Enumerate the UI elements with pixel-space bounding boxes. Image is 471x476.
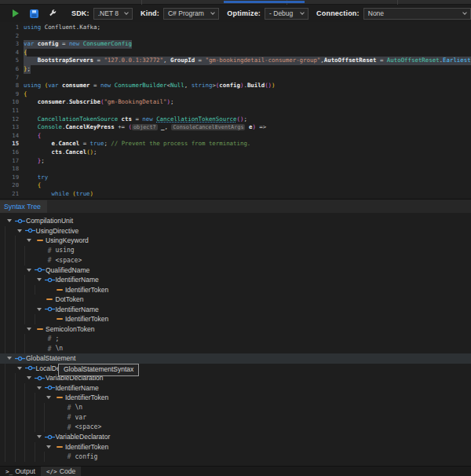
code-line[interactable]: 4{ (0, 49, 471, 57)
tree-row-identifiername[interactable]: IdentifierName (0, 305, 471, 315)
code-line[interactable]: 19 try (0, 174, 471, 182)
tree-row-identifiertoken[interactable]: IdentifierToken (0, 393, 471, 403)
code-line[interactable]: 5 BootstrapServers = "127.0.0.1:32772", … (0, 57, 471, 65)
tree-row-variabledeclarator[interactable]: VariableDeclarator (0, 432, 471, 442)
tree-row-space[interactable]: #<space> (0, 255, 471, 265)
code-token: Null (170, 82, 184, 89)
expand-arrow-icon[interactable] (24, 269, 34, 272)
code-editor[interactable]: 1using Confluent.Kafka;23var config = ne… (0, 22, 471, 199)
expand-arrow-icon[interactable] (35, 308, 44, 311)
code-token: config (38, 40, 59, 47)
tree-row-usingkeyword[interactable]: UsingKeyword (0, 236, 471, 246)
code-line[interactable]: 2 (0, 32, 471, 41)
indent-guide (5, 246, 15, 256)
expand-arrow-icon[interactable] (5, 219, 14, 222)
indent-guide (44, 412, 54, 423)
tree-row-compilationunit[interactable]: CompilationUnit (0, 216, 471, 226)
code-line[interactable]: 18 (0, 165, 471, 174)
tree-row-identifiername[interactable]: IdentifierName (0, 275, 471, 285)
syntax-node-icon (44, 384, 56, 391)
tab-code[interactable]: </> Code (41, 467, 81, 476)
code-line[interactable]: 13 Console.CancelKeyPress += (object? _,… (0, 123, 471, 132)
code-line[interactable]: 11 (0, 107, 471, 115)
expand-arrow-icon[interactable] (35, 386, 44, 390)
indent-guide (15, 314, 25, 324)
tree-row-identifiertoken[interactable]: IdentifierToken (0, 314, 471, 324)
expand-arrow-icon[interactable] (5, 357, 14, 360)
code-line[interactable]: 14 { (0, 132, 471, 141)
code-token: Cancel (65, 148, 86, 156)
tree-row-using[interactable]: #using (0, 246, 471, 256)
tree-row-identifiertoken[interactable]: IdentifierToken (0, 285, 471, 295)
tree-row-semicolontoken[interactable]: SemicolonToken (0, 324, 471, 335)
indent-guide (5, 295, 15, 305)
progress-bar (224, 1, 305, 3)
tree-row-var[interactable]: #var (0, 412, 471, 423)
expand-arrow-icon[interactable] (24, 239, 34, 242)
code-line[interactable]: 15 e.Cancel = true; // Prevent the proce… (0, 140, 471, 148)
code-line-text: { (24, 49, 27, 57)
expand-arrow-icon[interactable] (44, 445, 53, 449)
indent-guide (24, 344, 35, 354)
save-button[interactable] (29, 9, 38, 18)
code-line[interactable]: 21 while (true) (0, 190, 471, 199)
expand-arrow-icon[interactable] (15, 229, 24, 233)
code-token: += (115, 123, 129, 130)
code-line[interactable]: 17 }; (0, 157, 471, 166)
line-number: 11 (0, 107, 19, 115)
code-token: ) (90, 190, 93, 197)
indent-guide (5, 305, 15, 315)
code-token (24, 140, 52, 147)
tree-row-dottoken[interactable]: DotToken (0, 295, 471, 305)
expand-arrow-icon[interactable] (15, 367, 24, 370)
optimize-select[interactable]: - Debug (265, 8, 309, 20)
tree-row-[interactable]: #; (0, 334, 471, 344)
tree-row-qualifiedname[interactable]: QualifiedName (0, 265, 471, 276)
tree-row-identifiername[interactable]: IdentifierName (0, 383, 471, 394)
indent-guide (5, 226, 15, 236)
code-token: Console (38, 123, 62, 130)
indent-guide (5, 403, 15, 413)
tree-row-identifiertoken[interactable]: IdentifierToken (0, 442, 471, 452)
kind-select[interactable]: C# Program (163, 8, 219, 20)
tab-syntax-tree[interactable]: Syntax Tree (0, 200, 47, 213)
code-token: { (24, 49, 27, 56)
sdk-select[interactable]: .NET 8 (93, 8, 133, 20)
tree-row-config[interactable]: #config (0, 452, 471, 462)
code-line[interactable]: 3var config = new ConsumerConfig (0, 40, 471, 49)
indent-guide (44, 423, 54, 433)
tree-row-localdec[interactable]: LocalDecGlobalStatementSyntax (0, 364, 471, 374)
indent-guide (35, 423, 45, 433)
code-line-text: while (true) (24, 190, 93, 199)
code-token: CancelKeyPress (65, 123, 114, 130)
tree-row-globalstatement[interactable]: GlobalStatement (0, 353, 471, 364)
settings-button[interactable] (48, 9, 57, 18)
run-button[interactable] (11, 9, 20, 18)
tab-output[interactable]: >_ Output (0, 467, 41, 476)
tree-row-space[interactable]: #<space> (0, 423, 471, 433)
expand-arrow-icon[interactable] (44, 396, 53, 399)
indent-guide (5, 334, 15, 344)
code-line[interactable]: 20 { (0, 181, 471, 190)
syntax-token-icon (44, 298, 56, 300)
code-line[interactable]: 10 consumer.Subscribe("gm-BookingDetail"… (0, 98, 471, 107)
indent-guide (15, 246, 25, 256)
syntax-node-icon (14, 355, 26, 362)
code-line-text: CancellationTokenSource cts = new Cancel… (24, 115, 247, 124)
code-token: try (38, 174, 48, 181)
tree-row-n[interactable]: #\n (0, 344, 471, 354)
expand-arrow-icon[interactable] (35, 278, 44, 281)
code-line[interactable]: 16 cts.Cancel(); (0, 148, 471, 157)
tree-row-usingdirective[interactable]: UsingDirective (0, 226, 471, 236)
code-line[interactable]: 7 (0, 74, 471, 82)
connection-select[interactable]: None (363, 8, 471, 20)
code-line[interactable]: 6}; (0, 65, 471, 74)
code-line[interactable]: 1using Confluent.Kafka; (0, 24, 471, 32)
expand-arrow-icon[interactable] (24, 376, 34, 379)
tree-row-n[interactable]: #\n (0, 403, 471, 413)
expand-arrow-icon[interactable] (24, 328, 34, 331)
expand-arrow-icon[interactable] (35, 435, 44, 438)
code-line[interactable]: 12 CancellationTokenSource cts = new Can… (0, 115, 471, 124)
code-line[interactable]: 8using (var consumer = new ConsumerBuild… (0, 82, 471, 90)
code-line[interactable]: 9{ (0, 90, 471, 99)
